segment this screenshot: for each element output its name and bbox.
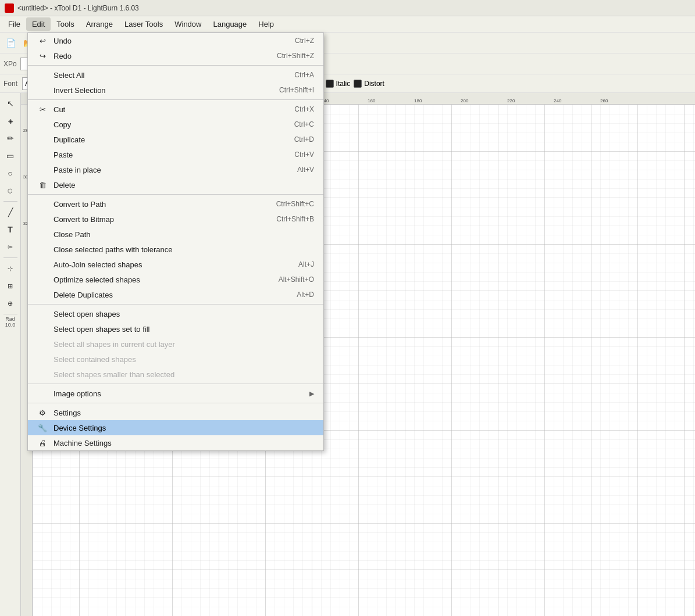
submenu-arrow: ▶ — [309, 390, 314, 397]
distort-checkbox[interactable] — [354, 80, 362, 88]
node-edit-tool[interactable]: ◈ — [2, 113, 19, 129]
menu-tools[interactable]: Tools — [51, 17, 80, 31]
settings-label: Settings — [54, 409, 81, 417]
menu-select-smaller[interactable]: Select shapes smaller than selected — [28, 367, 323, 382]
draw-line-tool[interactable]: ╱ — [2, 204, 19, 220]
sep-after-redo — [28, 65, 323, 66]
ruler-h-220: 220 — [507, 98, 515, 104]
optimize-label: Optimize selected shapes — [54, 275, 140, 284]
menu-close-paths-tolerance[interactable]: Close selected paths with tolerance — [28, 242, 323, 257]
menu-close-path[interactable]: Close Path — [28, 227, 323, 242]
menu-select-open[interactable]: Select open shapes — [28, 306, 323, 321]
paste-in-place-shortcut: Alt+V — [297, 166, 314, 174]
measure-tool[interactable]: ⊹ — [2, 260, 19, 277]
paste-shortcut: Ctrl+V — [294, 151, 314, 159]
menu-help[interactable]: Help — [252, 17, 280, 31]
menu-optimize[interactable]: Optimize selected shapes Alt+Shift+O — [28, 272, 323, 287]
menu-auto-join[interactable]: Auto-Join selected shapes Alt+J — [28, 257, 323, 272]
menu-window[interactable]: Window — [169, 17, 207, 31]
device-settings-icon: 🔧 — [36, 424, 49, 432]
menu-paste[interactable]: Paste Ctrl+V — [28, 147, 323, 162]
menu-copy[interactable]: Copy Ctrl+C — [28, 117, 323, 132]
convert-to-bitmap-shortcut: Ctrl+Shift+B — [276, 215, 314, 223]
menu-cut[interactable]: ✂ Cut Ctrl+X — [28, 102, 323, 117]
ruler-h-240: 240 — [554, 98, 561, 104]
menu-undo[interactable]: ↩ Undo Ctrl+Z — [28, 33, 323, 48]
draw-polygon-tool[interactable]: ⬡ — [2, 182, 19, 199]
menu-select-cut-layer[interactable]: Select all shapes in current cut layer — [28, 336, 323, 352]
delete-label: Delete — [54, 181, 76, 189]
menu-image-options[interactable]: Image options ▶ — [28, 386, 323, 401]
redo-label: Redo — [54, 52, 72, 60]
close-paths-tolerance-label: Close selected paths with tolerance — [54, 245, 173, 254]
undo-icon: ↩ — [36, 37, 49, 45]
redo-shortcut: Ctrl+Shift+Z — [277, 52, 314, 60]
menu-delete[interactable]: 🗑 Delete — [28, 177, 323, 192]
select-contained-label: Select contained shapes — [54, 355, 136, 364]
italic-group: Italic — [326, 80, 351, 88]
ruler-h-200: 200 — [461, 98, 468, 104]
menu-select-open-fill[interactable]: Select open shapes set to fill — [28, 321, 323, 336]
duplicate-shortcut: Ctrl+D — [294, 135, 314, 144]
convert-to-bitmap-label: Convert to Bitmap — [54, 215, 114, 224]
menu-invert-selection[interactable]: Invert Selection Ctrl+Shift+I — [28, 83, 323, 98]
menu-edit[interactable]: Edit — [26, 17, 51, 31]
menu-settings[interactable]: ⚙ Settings — [28, 405, 323, 420]
menu-file[interactable]: File — [2, 17, 26, 31]
sep-after-select — [28, 384, 323, 384]
cut-tool[interactable]: ✂ — [2, 239, 19, 255]
draw-circle-tool[interactable]: ○ — [2, 165, 19, 181]
ruler-h-180: 180 — [414, 98, 422, 104]
select-open-label: Select open shapes — [54, 310, 120, 318]
menu-convert-to-path[interactable]: Convert to Path Ctrl+Shift+C — [28, 196, 323, 212]
sep-after-invert — [28, 99, 323, 100]
menu-duplicate[interactable]: Duplicate Ctrl+D — [28, 132, 323, 147]
menu-select-all[interactable]: Select All Ctrl+A — [28, 67, 323, 83]
duplicate-label: Duplicate — [54, 135, 85, 144]
menu-machine-settings[interactable]: 🖨 Machine Settings — [28, 435, 323, 450]
tool-sep3 — [3, 314, 17, 314]
sep-after-dups — [28, 304, 323, 305]
menu-language[interactable]: Language — [207, 17, 252, 31]
copy-shortcut: Ctrl+C — [294, 120, 314, 128]
cut-icon: ✂ — [36, 105, 49, 114]
auto-join-shortcut: Alt+J — [298, 260, 314, 268]
tool-sep1 — [3, 201, 17, 202]
new-button[interactable]: 📄 — [2, 35, 19, 51]
italic-checkbox[interactable] — [326, 80, 334, 88]
auto-join-label: Auto-Join selected shapes — [54, 260, 142, 269]
text-tool[interactable]: T — [2, 221, 19, 238]
grid-tool[interactable]: ⊞ — [2, 278, 19, 294]
machine-settings-icon: 🖨 — [36, 439, 49, 447]
zoom-tool[interactable]: ⊕ — [2, 295, 19, 311]
titlebar: <untitled> - xTool D1 - LightBurn 1.6.03 — [0, 0, 695, 16]
draw-rect-tool[interactable]: ▭ — [2, 148, 19, 164]
select-smaller-label: Select shapes smaller than selected — [54, 370, 174, 379]
menu-laser-tools[interactable]: Laser Tools — [119, 17, 169, 31]
menu-arrange[interactable]: Arrange — [80, 17, 119, 31]
xpo-label: XPo — [2, 60, 18, 68]
app-icon — [5, 3, 14, 13]
edit-dropdown-menu: ↩ Undo Ctrl+Z ↪ Redo Ctrl+Shift+Z Select… — [27, 33, 324, 451]
device-settings-label: Device Settings — [54, 424, 106, 432]
menu-convert-to-bitmap[interactable]: Convert to Bitmap Ctrl+Shift+B — [28, 212, 323, 227]
menu-redo[interactable]: ↪ Redo Ctrl+Shift+Z — [28, 48, 323, 63]
image-options-label: Image options — [54, 389, 101, 398]
menu-select-contained[interactable]: Select contained shapes — [28, 352, 323, 367]
menu-device-settings[interactable]: 🔧 Device Settings — [28, 420, 323, 435]
convert-to-path-label: Convert to Path — [54, 200, 106, 209]
menu-paste-in-place[interactable]: Paste in place Alt+V — [28, 162, 323, 177]
pointer-tool[interactable]: ↖ — [2, 95, 19, 112]
sep-after-image — [28, 403, 323, 403]
redo-icon: ↪ — [36, 52, 49, 60]
menubar: File Edit Tools Arrange Laser Tools Wind… — [0, 16, 695, 33]
draw-pen-tool[interactable]: ✏ — [2, 130, 19, 146]
delete-duplicates-label: Delete Duplicates — [54, 291, 113, 299]
undo-shortcut: Ctrl+Z — [295, 37, 314, 45]
cut-shortcut: Ctrl+X — [294, 105, 314, 113]
invert-selection-label: Invert Selection — [54, 86, 106, 95]
distort-group: Distort — [354, 80, 384, 88]
distort-label: Distort — [364, 80, 384, 88]
copy-label: Copy — [54, 120, 71, 129]
menu-delete-duplicates[interactable]: Delete Duplicates Alt+D — [28, 287, 323, 302]
